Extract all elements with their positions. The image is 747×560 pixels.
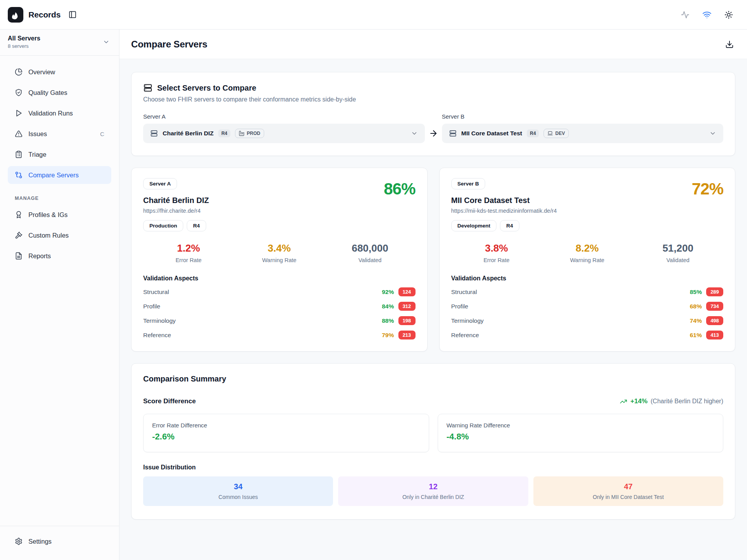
gavel-icon — [15, 231, 23, 239]
scope-title: All Servers — [8, 35, 103, 42]
server-a-env-badge: PROD — [235, 129, 264, 138]
aspect-count-badge: 289 — [706, 287, 723, 296]
dist-label: Only in Charité Berlin DIZ — [402, 494, 464, 500]
server-b-card: Server B 72% MII Core Dataset Test https… — [439, 168, 736, 352]
download-icon[interactable] — [725, 40, 734, 49]
sidebar-item-custom-rules[interactable]: Custom Rules — [8, 226, 111, 244]
stat-value: 3.4% — [234, 242, 324, 254]
aspect-percent: 84% — [382, 303, 394, 310]
aspect-percent: 85% — [690, 289, 702, 296]
nav-label: Settings — [28, 538, 52, 545]
aspect-row-terminology: Terminology 74%498 — [451, 316, 724, 325]
stat-value: 680,000 — [324, 242, 415, 254]
main-area: Compare Servers Select Servers to Compar… — [119, 30, 747, 560]
server-a-version-pill: R4 — [187, 220, 206, 231]
aspect-count-badge: 198 — [398, 316, 416, 325]
dist-value: 47 — [624, 482, 633, 491]
stat-error-rate: 1.2% Error Rate — [143, 242, 234, 263]
award-icon — [15, 211, 23, 219]
server-scope-selector[interactable]: All Servers 8 servers — [0, 30, 119, 56]
aspects-title: Validation Aspects — [143, 275, 416, 282]
server-b-version-badge: R4 — [527, 130, 539, 137]
aspect-count-badge: 312 — [398, 302, 416, 311]
chevron-down-icon — [103, 38, 110, 46]
server-a-label: Server A — [143, 113, 425, 120]
sidebar-item-issues[interactable]: Issues C — [8, 125, 111, 143]
server-a-url: https://fhir.charite.de/r4 — [143, 208, 416, 214]
page-content: Select Servers to Compare Choose two FHI… — [119, 59, 747, 560]
diff-value: -2.6% — [152, 432, 420, 442]
dist-value: 34 — [234, 482, 242, 491]
aspect-percent: 92% — [382, 289, 394, 296]
score-difference-value: +14% — [630, 397, 647, 405]
file-text-icon — [15, 252, 23, 260]
chevron-down-icon — [709, 130, 716, 137]
aspects-title: Validation Aspects — [451, 275, 724, 282]
aspect-percent: 88% — [382, 317, 394, 324]
aspect-row-reference: Reference 61%413 — [451, 331, 724, 340]
diff-label: Error Rate Difference — [152, 422, 420, 429]
error-rate-difference-box: Error Rate Difference -2.6% — [143, 414, 429, 452]
topbar: Records — [0, 0, 747, 30]
server-a-column: Server A Charité Berlin DIZ R4 PROD — [143, 113, 425, 143]
aspect-label: Profile — [451, 303, 468, 310]
activity-icon[interactable] — [681, 10, 689, 19]
aspect-percent: 79% — [382, 332, 394, 339]
aspect-row-reference: Reference 79%213 — [143, 331, 416, 340]
score-difference-note: (Charité Berlin DIZ higher) — [651, 398, 723, 405]
stat-warning-rate: 3.4% Warning Rate — [234, 242, 324, 263]
aspect-row-structural: Structural 85%289 — [451, 287, 724, 296]
nav-label: Validation Runs — [28, 110, 73, 117]
server-b-env-text: DEV — [555, 131, 565, 136]
server-a-name: Charité Berlin DIZ — [163, 130, 214, 137]
stat-value: 8.2% — [542, 242, 633, 254]
aspect-row-profile: Profile 68%734 — [451, 302, 724, 311]
server-a-env-pill: Production — [143, 220, 183, 231]
sidebar-item-settings[interactable]: Settings — [8, 532, 111, 550]
aspect-row-terminology: Terminology 88%198 — [143, 316, 416, 325]
sidebar-item-triage[interactable]: Triage — [8, 145, 111, 163]
sidebar-item-overview[interactable]: Overview — [8, 63, 111, 81]
aspect-label: Reference — [143, 332, 171, 339]
stat-value: 3.8% — [451, 242, 542, 254]
server-b-column: Server B MII Core Dataset Test R4 DEV — [442, 113, 724, 143]
server-a-badge: Server A — [143, 178, 177, 189]
aspect-count-badge: 213 — [398, 331, 416, 340]
sidebar-item-compare-servers[interactable]: Compare Servers — [8, 166, 111, 184]
server-b-url: https://mii-kds-test.medizininformatik.d… — [451, 208, 724, 214]
issue-distribution-label: Issue Distribution — [143, 464, 723, 471]
score-difference-label: Score Difference — [143, 397, 196, 405]
alert-triangle-icon — [15, 130, 23, 138]
aspect-label: Profile — [143, 303, 160, 310]
sidebar-item-profiles-igs[interactable]: Profiles & IGs — [8, 206, 111, 224]
stat-label: Warning Rate — [542, 257, 633, 263]
nav-label: Issues — [28, 130, 47, 138]
aspect-percent: 74% — [690, 317, 702, 324]
wifi-icon[interactable] — [702, 10, 712, 19]
diff-value: -4.8% — [447, 432, 715, 442]
trending-up-icon — [620, 398, 627, 405]
sidebar-item-quality-gates[interactable]: Quality Gates — [8, 84, 111, 102]
git-compare-icon — [15, 171, 23, 179]
sidebar-nav: Overview Quality Gates Validation Runs I… — [0, 56, 119, 268]
nav-label: Triage — [28, 151, 46, 158]
stat-warning-rate: 8.2% Warning Rate — [542, 242, 633, 263]
aspect-count-badge: 734 — [706, 302, 723, 311]
sidebar-item-reports[interactable]: Reports — [8, 247, 111, 265]
sidebar: All Servers 8 servers Overview Quality G… — [0, 30, 119, 560]
sidebar-toggle-icon[interactable] — [68, 10, 77, 19]
server-b-env-badge: DEV — [544, 129, 569, 138]
server-b-select[interactable]: MII Core Dataset Test R4 DEV — [442, 124, 724, 143]
only-server-a-box: 12 Only in Charité Berlin DIZ — [338, 476, 528, 506]
sidebar-footer: Settings — [0, 526, 119, 560]
nav-label: Custom Rules — [28, 232, 69, 239]
sidebar-item-validation-runs[interactable]: Validation Runs — [8, 104, 111, 122]
dist-label: Common Issues — [219, 494, 258, 500]
select-servers-card: Select Servers to Compare Choose two FHI… — [131, 72, 735, 156]
theme-sun-icon[interactable] — [724, 10, 733, 19]
summary-title: Comparison Summary — [143, 374, 723, 383]
stat-label: Warning Rate — [234, 257, 324, 263]
server-b-name: MII Core Dataset Test — [461, 130, 522, 137]
server-a-card-name: Charité Berlin DIZ — [143, 196, 416, 205]
server-a-select[interactable]: Charité Berlin DIZ R4 PROD — [143, 124, 425, 143]
